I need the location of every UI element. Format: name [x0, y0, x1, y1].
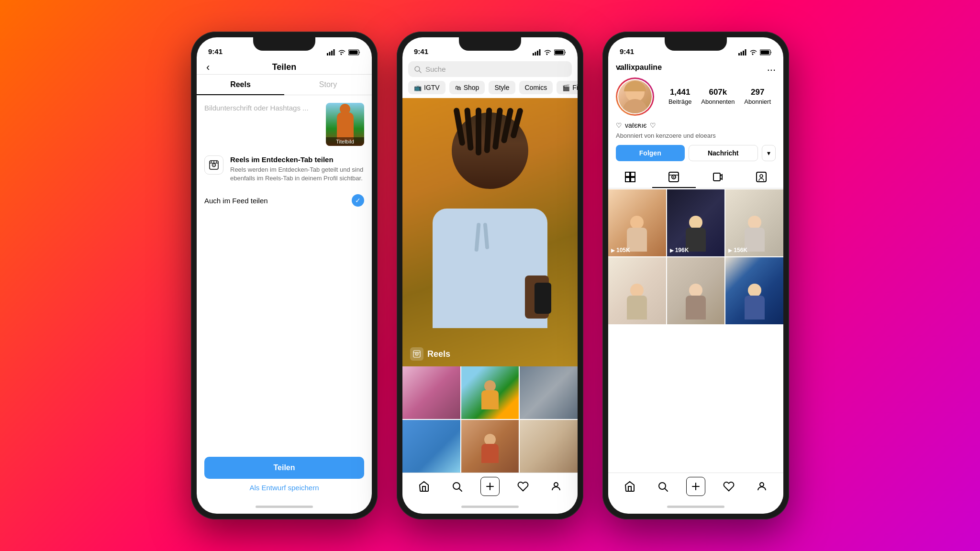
feed-toggle-label: Auch im Feed teilen — [204, 197, 268, 205]
play-icon-1: ▶ — [611, 248, 615, 253]
tab-story[interactable]: Story — [284, 75, 372, 95]
notch-1 — [253, 37, 315, 51]
cat-tab-shop[interactable]: 🛍 Shop — [449, 81, 485, 94]
home-bar-2 — [461, 506, 519, 508]
cat-tab-igtv[interactable]: 📺 IGTV — [408, 81, 445, 94]
svg-point-29 — [554, 483, 558, 486]
prof-person-4 — [623, 284, 651, 320]
profile-tab-igtv[interactable] — [696, 167, 740, 188]
profile-thumb-6[interactable] — [725, 257, 783, 324]
tab-reels[interactable]: Reels — [197, 75, 284, 95]
back-button-1[interactable]: ‹ — [206, 61, 210, 74]
reels-share-desc: Reels werden im Entdecken-Tab geteilt un… — [230, 165, 364, 183]
main-video: Reels — [402, 98, 578, 366]
grid-item-3[interactable] — [520, 366, 578, 419]
profile-nav-3[interactable] — [752, 477, 771, 496]
thumb-fig-3 — [725, 189, 783, 256]
profile-thumb-1[interactable]: ▶ 105K — [608, 189, 666, 256]
home-nav-2[interactable] — [414, 477, 434, 496]
profile-thumb-4[interactable] — [608, 257, 666, 324]
phones-container: 9:41 ‹ Teilen — [191, 32, 789, 519]
video-hair — [449, 108, 531, 194]
avatar-ring[interactable] — [616, 77, 654, 116]
svg-rect-0 — [327, 53, 328, 55]
view-number-1: 105K — [616, 247, 630, 253]
profile-header: ‹ vallixpauline ... — [608, 58, 783, 77]
draft-button[interactable]: Als Entwurf speichern — [204, 484, 364, 492]
profile-tab-grid[interactable] — [608, 167, 652, 188]
home-nav-3[interactable] — [620, 477, 639, 496]
view-count-2: ▶ 196K — [670, 247, 689, 253]
spacer-1 — [197, 280, 372, 449]
status-time-1: 9:41 — [208, 47, 223, 55]
avatar-image — [618, 80, 652, 113]
svg-rect-1 — [329, 52, 331, 56]
home-indicator-2 — [402, 499, 578, 514]
svg-rect-37 — [631, 172, 635, 176]
back-button-3[interactable]: ‹ — [618, 61, 621, 74]
svg-point-51 — [760, 483, 764, 486]
profile-thumb-5[interactable] — [667, 257, 725, 324]
search-bar[interactable]: Suche — [408, 61, 572, 77]
stat-followers-number: 607k — [701, 88, 735, 97]
follow-button[interactable]: Folgen — [616, 145, 685, 161]
category-tabs: 📺 IGTV 🛍 Shop Style Comics 🎬 Film & Fern — [402, 81, 578, 98]
search-icon-2 — [414, 66, 422, 73]
status-icons-1 — [327, 49, 360, 55]
wifi-icon-2 — [544, 49, 552, 55]
reels-label: Reels — [410, 347, 450, 361]
stat-following: 297 Abonniert — [744, 88, 771, 106]
add-nav-3[interactable] — [686, 477, 705, 496]
cat-tab-comics[interactable]: Comics — [519, 81, 553, 94]
caption-input[interactable]: Bildunterschrift oder Hashtags ... — [204, 103, 320, 113]
heart-nav-3[interactable] — [719, 477, 738, 496]
thumbnail-box[interactable]: Titelbild — [326, 103, 364, 146]
svg-rect-36 — [625, 172, 630, 176]
add-nav-2[interactable] — [480, 477, 500, 496]
feed-toggle-check[interactable]: ✓ — [352, 194, 364, 207]
reels-share-icon — [209, 160, 219, 170]
svg-rect-32 — [743, 51, 744, 55]
share-button[interactable]: Teilen — [204, 457, 364, 479]
profile-tab-tagged[interactable] — [740, 167, 784, 188]
reels-text-overlay: Reels — [427, 349, 450, 359]
grid-item-5[interactable] — [461, 420, 519, 473]
stat-posts-label: Beiträge — [668, 98, 691, 105]
profile-nav-2[interactable] — [546, 477, 566, 496]
people-person — [476, 434, 504, 463]
cat-tab-film[interactable]: 🎬 Film & Fern — [557, 81, 578, 94]
svg-point-47 — [659, 483, 666, 489]
reels-tab-icon — [668, 172, 679, 182]
thumbnail-label: Titelbild — [326, 137, 364, 146]
grid-item-1[interactable] — [402, 366, 460, 419]
search-input-2[interactable]: Suche — [425, 65, 446, 73]
heart-nav-2[interactable] — [513, 477, 533, 496]
cat-tab-style[interactable]: Style — [489, 81, 515, 94]
status-icons-3 — [738, 49, 772, 55]
profile-thumb-2[interactable]: ▶ 196K — [667, 189, 725, 256]
svg-rect-5 — [349, 51, 358, 55]
search-nav-3[interactable] — [653, 477, 672, 496]
prof-person-2 — [681, 216, 710, 252]
message-button[interactable]: Nachricht — [689, 145, 758, 161]
svg-point-8 — [213, 165, 214, 165]
signal-icon-2 — [533, 49, 541, 55]
svg-line-48 — [665, 489, 668, 491]
profile-thumb-3[interactable]: ▶ 156K — [725, 189, 783, 256]
stat-posts-number: 1,441 — [668, 88, 691, 97]
dropdown-button[interactable]: ▾ — [762, 145, 776, 161]
svg-line-20 — [419, 71, 421, 73]
battery-icon-1 — [348, 49, 360, 55]
svg-rect-14 — [535, 52, 536, 56]
profile-stats: 1,441 Beiträge 607k Abonnenten 297 Abonn… — [664, 88, 776, 106]
reels-share-text: Reels im Entdecken-Tab teilen Reels werd… — [230, 155, 364, 183]
grid-item-2[interactable] — [461, 366, 519, 419]
grid-item-6[interactable] — [520, 420, 578, 473]
status-time-3: 9:41 — [620, 47, 634, 55]
profile-tab-reels[interactable] — [652, 167, 696, 188]
grid-item-4[interactable] — [402, 420, 460, 473]
svg-rect-2 — [331, 51, 333, 55]
profile-more-button[interactable]: ... — [767, 61, 776, 74]
search-nav-2[interactable] — [447, 477, 467, 496]
signal-icon-1 — [327, 49, 335, 55]
